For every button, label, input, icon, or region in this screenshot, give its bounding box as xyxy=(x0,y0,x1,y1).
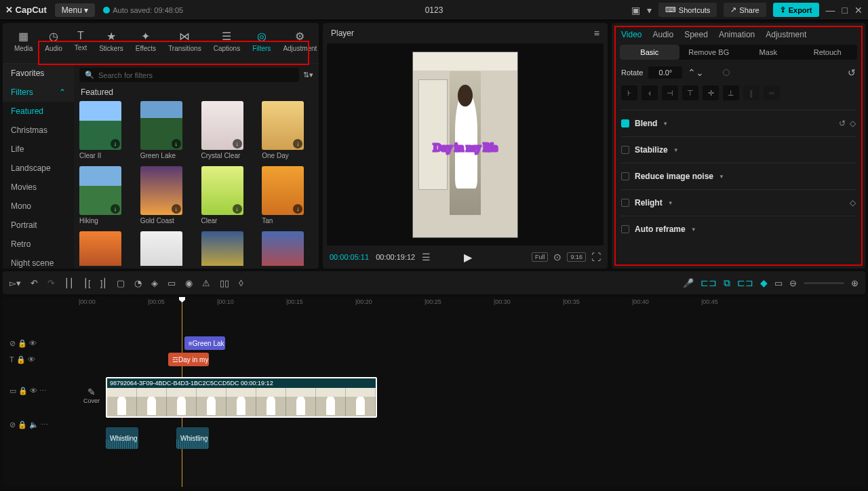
filter-clip[interactable]: ≡ Green Lak xyxy=(184,336,225,350)
snap-icon[interactable]: ⊏⊐ xyxy=(737,277,753,288)
download-icon[interactable]: ↓ xyxy=(111,139,120,149)
category-movies[interactable]: Movies xyxy=(3,178,74,197)
filter-thumb[interactable]: ↓Green Lake xyxy=(140,101,192,159)
dropdown-icon[interactable]: ▾ xyxy=(647,5,652,16)
download-icon[interactable]: ↓ xyxy=(293,204,302,214)
filter-thumb[interactable]: ↓One Day xyxy=(262,101,313,159)
tool-tab-captions[interactable]: ☰Captions xyxy=(208,26,246,63)
mic-icon[interactable]: 🎤 xyxy=(683,278,694,288)
split-left-icon[interactable]: ⎮[ xyxy=(83,278,91,288)
text-clip[interactable]: ☲ Day in my xyxy=(168,353,209,366)
preview-icon[interactable]: ◆ xyxy=(760,277,768,288)
project-name[interactable]: 0123 xyxy=(425,5,443,15)
inspector-tab-audio[interactable]: Audio xyxy=(652,30,673,39)
inspector-subtab-remove-bg[interactable]: Remove BG xyxy=(679,45,739,60)
inspector-subtab-retouch[interactable]: Retouch xyxy=(798,45,858,60)
freeze-icon[interactable]: ◊ xyxy=(239,278,243,288)
stepper-icon[interactable]: ⌃⌄ xyxy=(688,67,704,78)
keyframe-icon[interactable]: ◇ xyxy=(850,119,856,128)
close-icon[interactable]: ✕ xyxy=(854,5,863,16)
favorites-header[interactable]: Favorites xyxy=(3,64,74,83)
zoom-in-icon[interactable]: ⊕ xyxy=(851,278,859,288)
ratio-button[interactable]: 9:16 xyxy=(567,252,586,262)
category-portrait[interactable]: Portrait xyxy=(3,216,74,235)
split-right-icon[interactable]: ]⎮ xyxy=(100,278,108,288)
align-right-icon[interactable]: ⊣ xyxy=(662,85,678,100)
full-button[interactable]: Full xyxy=(532,252,549,262)
magnet-icon[interactable]: ⊏⊐ xyxy=(701,277,717,288)
filter-thumb[interactable]: ↓ xyxy=(201,231,253,266)
category-retro[interactable]: Retro xyxy=(3,235,74,254)
export-button[interactable]: ⇪ Export xyxy=(773,3,819,17)
minimize-icon[interactable]: — xyxy=(826,5,835,16)
rotate-icon[interactable]: ▭ xyxy=(167,278,176,288)
align-top-icon[interactable]: ⊤ xyxy=(682,85,698,100)
filters-header[interactable]: Filters⌃ xyxy=(3,83,74,102)
inspector-tab-adjustment[interactable]: Adjustment xyxy=(766,30,806,39)
search-input[interactable]: 🔍 Search for filters xyxy=(79,68,299,82)
warning-icon[interactable]: ⚠ xyxy=(202,278,210,288)
track-controls-1[interactable]: ⊘ 🔒 👁 xyxy=(3,335,79,351)
time-ruler[interactable]: |00:00|00:05|00:10|00:15|00:20|00:25|00:… xyxy=(79,297,865,309)
link-icon[interactable]: ⧉ xyxy=(724,277,730,289)
align-center-v-icon[interactable]: ✛ xyxy=(703,85,719,100)
checkbox[interactable] xyxy=(621,119,629,127)
section-auto-reframe[interactable]: Auto reframe▼ xyxy=(621,216,856,242)
filter-thumb[interactable]: ↓ xyxy=(140,231,192,266)
checkbox[interactable] xyxy=(621,199,629,207)
expand-icon[interactable]: ⛶ xyxy=(591,252,601,262)
section-stabilize[interactable]: Stabilize▼ xyxy=(621,136,856,163)
section-reduce-image-noise[interactable]: Reduce image noise▼ xyxy=(621,163,856,189)
inspector-subtab-mask[interactable]: Mask xyxy=(738,45,798,60)
inspector-tab-speed[interactable]: Speed xyxy=(684,30,708,39)
inspector-subtab-basic[interactable]: Basic xyxy=(620,45,679,60)
layout-icon[interactable]: ▣ xyxy=(631,5,640,16)
track-icon[interactable]: ▭ xyxy=(774,278,783,288)
section-blend[interactable]: Blend▼↺◇ xyxy=(621,110,856,136)
player-stage[interactable]: Day in my life xyxy=(327,43,604,246)
filter-thumb[interactable]: ↓ xyxy=(79,231,131,266)
list-icon[interactable]: ☰ xyxy=(422,252,431,262)
audio-clip-1[interactable]: Whistling xyxy=(106,427,138,449)
section-relight[interactable]: Relight▼◇ xyxy=(621,189,856,216)
filter-thumb[interactable]: ↓Gold Coast xyxy=(140,166,192,224)
filter-thumb[interactable]: ↓ xyxy=(262,231,313,266)
inspector-tab-video[interactable]: Video xyxy=(621,30,642,39)
category-featured[interactable]: Featured xyxy=(3,102,74,121)
undo-icon[interactable]: ↶ xyxy=(31,278,38,288)
marker-icon[interactable]: ◈ xyxy=(151,278,158,288)
timeline[interactable]: |00:00|00:05|00:10|00:15|00:20|00:25|00:… xyxy=(3,297,865,487)
player-menu-icon[interactable]: ≡ xyxy=(594,28,599,39)
redo-icon[interactable]: ↷ xyxy=(47,278,55,288)
category-night-scene[interactable]: Night scene xyxy=(3,254,74,269)
speed-icon[interactable]: ◔ xyxy=(134,278,142,288)
rotate-input[interactable] xyxy=(648,66,682,79)
zoom-slider[interactable] xyxy=(804,282,844,284)
download-icon[interactable]: ↓ xyxy=(172,204,181,214)
play-button[interactable]: ▶ xyxy=(464,251,472,264)
tool-tab-stickers[interactable]: ★Stickers xyxy=(93,26,130,63)
align-bottom-icon[interactable]: ⊥ xyxy=(723,85,739,100)
crop-icon[interactable]: ▢ xyxy=(117,278,125,288)
download-icon[interactable]: ↓ xyxy=(233,139,242,149)
download-icon[interactable]: ↓ xyxy=(111,204,120,214)
reset-icon[interactable]: ↺ xyxy=(839,119,846,128)
tool-tab-text[interactable]: TText xyxy=(68,26,93,63)
category-mono[interactable]: Mono xyxy=(3,197,74,216)
rotate-dial[interactable] xyxy=(723,69,730,76)
checkbox[interactable] xyxy=(621,172,629,180)
cover-button[interactable]: ✎Cover xyxy=(81,387,102,404)
track-controls-audio[interactable]: ⊘ 🔒 🔈 ⋯ xyxy=(3,416,79,433)
align-left-icon[interactable]: ⊦ xyxy=(621,85,637,100)
track-controls-video[interactable]: ▭ 🔒 👁 ⋯ xyxy=(3,382,79,399)
checkbox[interactable] xyxy=(621,225,629,233)
category-landscape[interactable]: Landscape xyxy=(3,159,74,178)
tool-tab-audio[interactable]: ◷Audio xyxy=(39,26,68,63)
split-icon[interactable]: ⎮⎮ xyxy=(64,278,74,288)
align-center-h-icon[interactable]: ⫞ xyxy=(642,85,658,100)
maximize-icon[interactable]: □ xyxy=(842,5,848,16)
safe-zone-icon[interactable]: ⊙ xyxy=(553,252,561,262)
reset-icon[interactable]: ↺ xyxy=(848,67,856,78)
video-clip[interactable]: 98792064-3F09-4BDC-B4D3-1BC2C5CCD5DC 00:… xyxy=(106,377,377,418)
select-tool-icon[interactable]: ▻▾ xyxy=(9,278,21,288)
